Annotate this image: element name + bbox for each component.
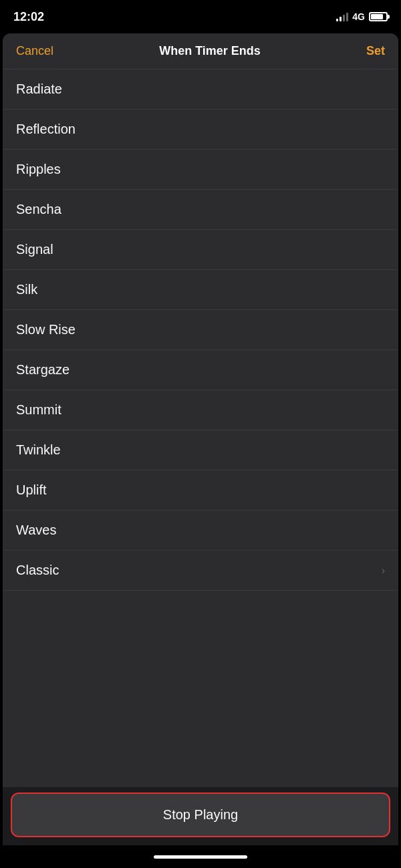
- list-item-label-summit: Summit: [16, 402, 61, 418]
- status-bar: 12:02 4G: [0, 0, 401, 33]
- list-item-reflection[interactable]: Reflection: [3, 110, 398, 150]
- set-button[interactable]: Set: [366, 44, 385, 58]
- list-item-sencha[interactable]: Sencha: [3, 190, 398, 230]
- stop-playing-button[interactable]: Stop Playing: [11, 792, 390, 837]
- list-item-label-twinkle: Twinkle: [16, 442, 61, 458]
- list-item-label-sencha: Sencha: [16, 202, 61, 217]
- status-time: 12:02: [13, 10, 44, 24]
- list-item-ripples[interactable]: Ripples: [3, 150, 398, 190]
- list-item-signal[interactable]: Signal: [3, 230, 398, 270]
- list-item-summit[interactable]: Summit: [3, 390, 398, 430]
- list-item-label-waves: Waves: [16, 523, 56, 538]
- sound-list: RadiateReflectionRipplesSenchaSignalSilk…: [3, 69, 398, 787]
- modal-header: Cancel When Timer Ends Set: [3, 33, 398, 69]
- battery-icon: [369, 12, 388, 21]
- list-item-label-slow-rise: Slow Rise: [16, 322, 76, 337]
- cancel-button[interactable]: Cancel: [16, 44, 53, 58]
- status-icons: 4G: [336, 11, 388, 22]
- modal-title: When Timer Ends: [159, 44, 261, 58]
- list-item-uplift[interactable]: Uplift: [3, 470, 398, 511]
- list-item-waves[interactable]: Waves: [3, 511, 398, 551]
- list-item-radiate[interactable]: Radiate: [3, 69, 398, 110]
- list-item-twinkle[interactable]: Twinkle: [3, 430, 398, 470]
- home-indicator: [0, 845, 401, 868]
- list-item-label-classic: Classic: [16, 563, 59, 578]
- list-item-slow-rise[interactable]: Slow Rise: [3, 310, 398, 350]
- chevron-right-icon: ›: [382, 565, 385, 577]
- list-item-label-ripples: Ripples: [16, 162, 61, 177]
- home-bar: [154, 855, 247, 859]
- list-item-label-silk: Silk: [16, 282, 37, 297]
- list-item-label-radiate: Radiate: [16, 82, 62, 97]
- list-item-classic[interactable]: Classic›: [3, 551, 398, 591]
- signal-icon: [336, 12, 348, 21]
- list-item-label-uplift: Uplift: [16, 482, 47, 498]
- modal: Cancel When Timer Ends Set RadiateReflec…: [3, 33, 398, 845]
- list-item-label-signal: Signal: [16, 242, 53, 257]
- network-type: 4G: [352, 11, 365, 22]
- list-item-label-reflection: Reflection: [16, 122, 76, 137]
- list-item-silk[interactable]: Silk: [3, 270, 398, 310]
- list-item-label-stargaze: Stargaze: [16, 362, 70, 378]
- list-item-stargaze[interactable]: Stargaze: [3, 350, 398, 390]
- stop-playing-section: Stop Playing: [3, 787, 398, 845]
